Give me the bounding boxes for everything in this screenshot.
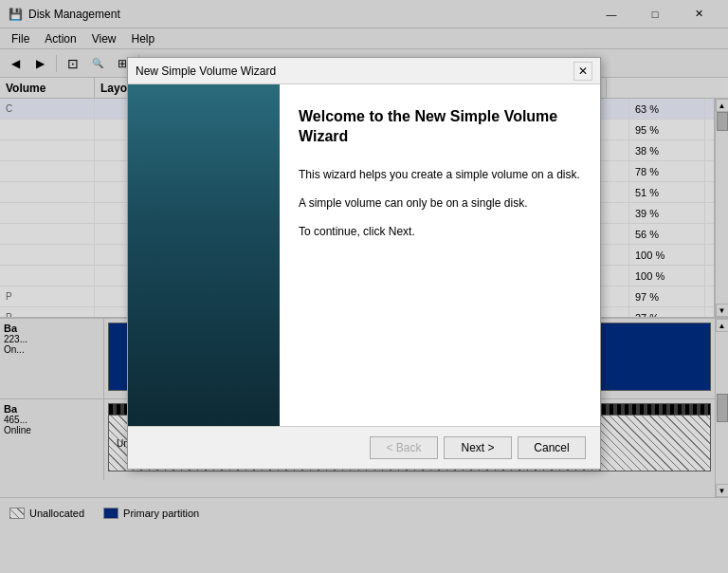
wizard-close-button[interactable]: ✕ [573,62,592,81]
wizard-line-1: This wizard helps you create a simple vo… [299,166,581,183]
cancel-button[interactable]: Cancel [518,436,586,459]
wizard-heading: Welcome to the New Simple Volume Wizard [299,107,581,147]
wizard-line-2: A simple volume can only be on a single … [299,194,581,212]
wizard-body: Welcome to the New Simple Volume Wizard … [128,84,600,426]
back-button[interactable]: < Back [370,436,438,459]
wizard-dialog: New Simple Volume Wizard ✕ Welcome to th… [127,57,601,470]
wizard-title-text: New Simple Volume Wizard [136,65,573,78]
wizard-left-panel [128,84,280,426]
next-button[interactable]: Next > [444,436,512,459]
wizard-overlay: New Simple Volume Wizard ✕ Welcome to th… [0,0,728,573]
wizard-footer: < Back Next > Cancel [128,426,600,469]
wizard-line-3: To continue, click Next. [299,223,581,240]
wizard-title-bar: New Simple Volume Wizard ✕ [128,58,600,84]
wizard-right-panel: Welcome to the New Simple Volume Wizard … [280,84,600,426]
